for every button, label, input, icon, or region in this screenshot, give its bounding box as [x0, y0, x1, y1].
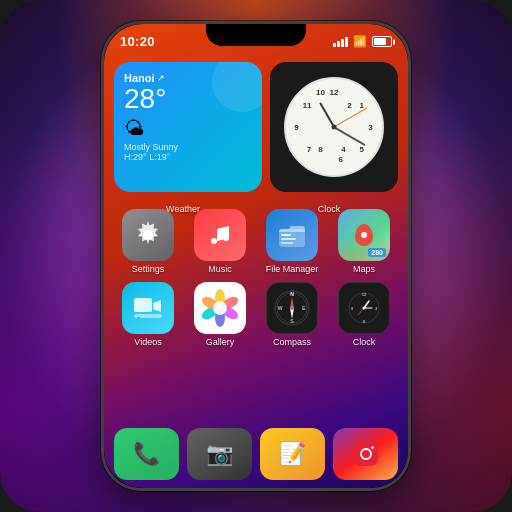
- compass-label: Compass: [273, 337, 311, 347]
- outer-background: 10:20 📶: [0, 0, 512, 512]
- wifi-icon: 📶: [353, 35, 367, 48]
- weather-description: Mostly Sunny: [124, 142, 252, 152]
- svg-point-15: [213, 301, 227, 315]
- clock-num-7: 7: [307, 145, 311, 154]
- files-icon: [266, 209, 318, 261]
- svg-rect-5: [134, 298, 152, 312]
- clock-num-5: 5: [360, 145, 364, 154]
- status-time: 10:20: [120, 34, 155, 49]
- settings-label: Settings: [132, 264, 165, 274]
- music-label: Music: [208, 264, 232, 274]
- clock-num-4: 4: [341, 145, 345, 154]
- dock-instagram[interactable]: [333, 428, 398, 480]
- status-icons: 📶: [333, 35, 392, 48]
- app-videos[interactable]: Videos: [114, 282, 182, 347]
- app-music[interactable]: Music: [186, 209, 254, 274]
- svg-point-22: [290, 306, 294, 310]
- notes-icon: 📝: [279, 441, 306, 467]
- clock-center-dot: [332, 125, 337, 130]
- app-grid: Settings Music: [114, 209, 398, 347]
- clock-num-3: 3: [368, 123, 372, 132]
- phone-frame: 10:20 📶: [101, 21, 411, 491]
- maps-label: Maps: [353, 264, 375, 274]
- battery-icon: [372, 36, 392, 47]
- clock-num-12: 12: [330, 88, 339, 97]
- svg-point-33: [363, 307, 366, 310]
- maps-icon: 280: [338, 209, 390, 261]
- dock-phone[interactable]: 📞: [114, 428, 179, 480]
- dock-notes[interactable]: 📝: [260, 428, 325, 480]
- svg-point-36: [371, 446, 373, 448]
- signal-icon: [333, 37, 348, 47]
- gallery-label: Gallery: [206, 337, 235, 347]
- location-arrow-icon: ↗: [157, 73, 165, 83]
- svg-point-29: [364, 294, 365, 295]
- notch: [206, 24, 306, 46]
- app-settings[interactable]: Settings: [114, 209, 182, 274]
- videos-label: Videos: [134, 337, 161, 347]
- dock: 📞 📷 📝: [114, 428, 398, 480]
- gallery-icon: [194, 282, 246, 334]
- widgets-row: Hanoi ↗ 28° 🌤 Mostly Sunny H:29° L:19°: [114, 62, 398, 192]
- app-maps[interactable]: 280 Maps: [330, 209, 398, 274]
- svg-rect-2: [281, 234, 291, 236]
- clock-app-icon: 12 3 6 9: [338, 282, 390, 334]
- svg-text:N: N: [290, 291, 294, 297]
- weather-temperature: 28°: [124, 84, 252, 115]
- weather-range: H:29° L:19°: [124, 152, 252, 162]
- app-gallery[interactable]: Gallery: [186, 282, 254, 347]
- settings-icon: [122, 209, 174, 261]
- clock-num-11: 11: [303, 100, 312, 109]
- svg-text:W: W: [278, 305, 283, 311]
- phone-screen: 10:20 📶: [104, 24, 408, 488]
- weather-widget[interactable]: Hanoi ↗ 28° 🌤 Mostly Sunny H:29° L:19°: [114, 62, 262, 192]
- dock-camera[interactable]: 📷: [187, 428, 252, 480]
- svg-rect-4: [281, 242, 293, 244]
- app-clock[interactable]: 12 3 6 9: [330, 282, 398, 347]
- clock-num-6: 6: [338, 154, 342, 163]
- weather-condition-icon: 🌤: [124, 117, 252, 140]
- camera-icon: 📷: [206, 441, 233, 467]
- svg-rect-7: [137, 317, 140, 318]
- clock-num-2: 2: [347, 100, 351, 109]
- clock-num-11b: 10: [316, 88, 325, 97]
- app-filemanager[interactable]: File Manager: [258, 209, 326, 274]
- clock-widget[interactable]: 12 1 3 5 6 7 9 11 2 8 4 10: [270, 62, 398, 192]
- clock-num-8: 8: [318, 145, 322, 154]
- filemanager-label: File Manager: [266, 264, 319, 274]
- analog-clock: 12 1 3 5 6 7 9 11 2 8 4 10: [284, 77, 384, 177]
- clock-app-label: Clock: [353, 337, 376, 347]
- svg-rect-3: [281, 238, 296, 240]
- phone-icon: 📞: [133, 441, 160, 467]
- app-compass[interactable]: N E S W Compass: [258, 282, 326, 347]
- svg-text:12: 12: [362, 292, 367, 297]
- clock-num-9: 9: [294, 123, 298, 132]
- music-icon: [194, 209, 246, 261]
- svg-rect-34: [354, 442, 378, 466]
- second-hand: [334, 108, 367, 128]
- videos-icon: [122, 282, 174, 334]
- compass-icon: N E S W: [266, 282, 318, 334]
- minute-hand: [334, 126, 366, 145]
